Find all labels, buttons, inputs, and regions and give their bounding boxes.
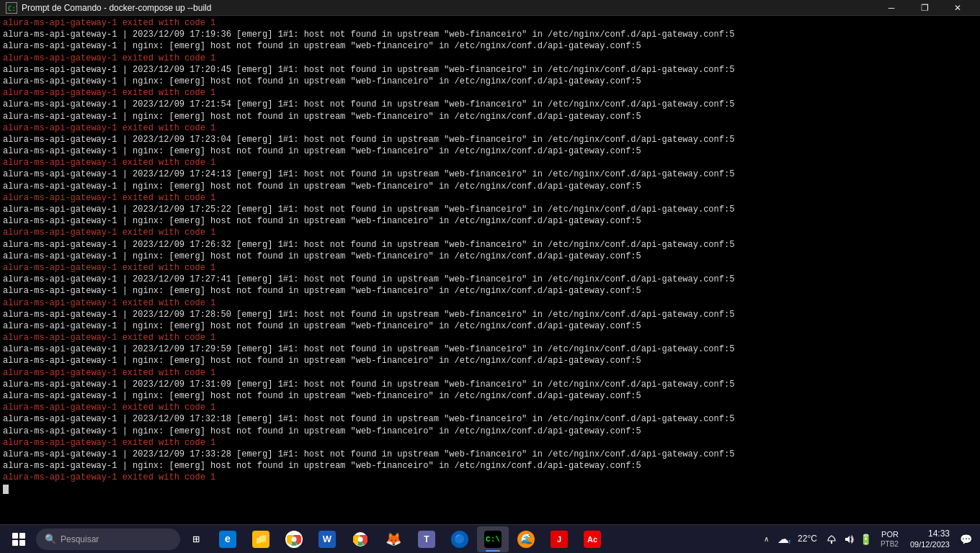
windows-logo-icon xyxy=(12,533,25,546)
restore-button[interactable]: ❐ xyxy=(908,0,941,16)
taskbar-terminal[interactable]: C:\ xyxy=(477,526,509,552)
search-icon: 🔍 xyxy=(45,534,56,544)
svg-rect-8 xyxy=(831,541,832,544)
terminal-line: alura-ms-api-gateway-1 | 2023/12/09 17:2… xyxy=(3,99,974,110)
taskbar-teams[interactable]: T xyxy=(411,526,442,552)
terminal-line: alura-ms-api-gateway-1 exited with code … xyxy=(3,297,974,309)
chrome2-icon xyxy=(352,531,369,548)
terminal-line: alura-ms-api-gateway-1 exited with code … xyxy=(3,122,974,134)
terminal-line: alura-ms-api-gateway-1 | nginx: [emerg] … xyxy=(3,285,974,297)
terminal-line: alura-ms-api-gateway-1 | nginx: [emerg] … xyxy=(3,215,974,227)
firefox-icon: 🦊 xyxy=(385,531,402,548)
terminal-line: alura-ms-api-gateway-1 exited with code … xyxy=(3,87,974,99)
system-tray: ∧ ☁ ! 22°C 🔋 POR PTB2 xyxy=(759,526,977,552)
terminal-line: alura-ms-api-gateway-1 | 2023/12/09 17:2… xyxy=(3,134,974,145)
word-icon: W xyxy=(318,531,336,548)
terminal-line: alura-ms-api-gateway-1 exited with code … xyxy=(3,192,974,204)
terminal-line: alura-ms-api-gateway-1 | nginx: [emerg] … xyxy=(3,390,974,402)
terminal-line: alura-ms-api-gateway-1 exited with code … xyxy=(3,472,974,483)
start-button[interactable] xyxy=(3,526,35,552)
taskbar-explorer[interactable]: 📁 xyxy=(245,526,277,552)
terminal-line: alura-ms-api-gateway-1 | 2023/12/09 17:2… xyxy=(3,168,974,180)
terminal-line: alura-ms-api-gateway-1 | nginx: [emerg] … xyxy=(3,426,974,437)
terminal-line: alura-ms-api-gateway-1 exited with code … xyxy=(3,332,974,343)
taskbar: 🔍 Pesquisar ⊞ e 📁 W xyxy=(0,524,980,553)
clock-date: 09/12/2023 xyxy=(910,539,950,549)
keyboard-layout: PTB2 xyxy=(881,539,899,549)
terminal-line: alura-ms-api-gateway-1 | nginx: [emerg] … xyxy=(3,460,974,472)
acrobat-icon: Ac xyxy=(584,531,601,548)
terminal-line: alura-ms-api-gateway-1 | 2023/12/09 17:1… xyxy=(3,29,974,40)
taskbar-firefox[interactable]: 🦊 xyxy=(378,526,409,552)
terminal-line: alura-ms-api-gateway-1 | nginx: [emerg] … xyxy=(3,76,974,87)
terminal-line: alura-ms-api-gateway-1 exited with code … xyxy=(3,402,974,413)
tray-chevron[interactable]: ∧ xyxy=(759,532,773,547)
taskbar-chrome2[interactable] xyxy=(344,526,376,552)
search-box[interactable]: 🔍 Pesquisar xyxy=(36,529,180,550)
terminal-area: alura-ms-api-gateway-1 exited with code … xyxy=(0,16,980,524)
active-indicator xyxy=(486,550,500,552)
terminal-line: alura-ms-api-gateway-1 | 2023/12/09 17:3… xyxy=(3,379,974,390)
svg-text:C:\: C:\ xyxy=(8,5,17,12)
taskbar-jetbrains[interactable]: J xyxy=(543,526,575,552)
language-display[interactable]: POR PTB2 xyxy=(876,529,903,549)
notification-button[interactable]: 💬 xyxy=(957,526,974,552)
terminal-line: alura-ms-api-gateway-1 | 2023/12/09 17:2… xyxy=(3,274,974,285)
taskbar-word[interactable]: W xyxy=(311,526,343,552)
app7-icon: 🔵 xyxy=(451,531,468,548)
minimize-button[interactable]: ─ xyxy=(875,0,908,16)
taskbar-edge[interactable]: e xyxy=(212,526,244,552)
terminal-line: alura-ms-api-gateway-1 exited with code … xyxy=(3,17,974,29)
terminal-line: alura-ms-api-gateway-1 | 2023/12/09 17:2… xyxy=(3,64,974,76)
terminal-line: alura-ms-api-gateway-1 | nginx: [emerg] … xyxy=(3,145,974,157)
explorer-icon: 📁 xyxy=(252,531,270,548)
terminal-line: alura-ms-api-gateway-1 | nginx: [emerg] … xyxy=(3,40,974,52)
temperature-display[interactable]: 22°C xyxy=(793,534,821,545)
app8-icon: 🌊 xyxy=(517,531,535,548)
terminal-line: alura-ms-api-gateway-1 | nginx: [emerg] … xyxy=(3,320,974,332)
terminal-line: alura-ms-api-gateway-1 | 2023/12/09 17:3… xyxy=(3,413,974,425)
terminal-line: alura-ms-api-gateway-1 | nginx: [emerg] … xyxy=(3,111,974,122)
taskbar-acrobat[interactable]: Ac xyxy=(576,526,608,552)
cursor-line xyxy=(3,484,974,495)
terminal-line: alura-ms-api-gateway-1 | 2023/12/09 17:2… xyxy=(3,309,974,320)
search-placeholder: Pesquisar xyxy=(61,534,99,544)
window-controls: ─ ❐ ✕ xyxy=(875,0,974,16)
volume-icon[interactable] xyxy=(842,532,856,547)
task-view-icon: ⊞ xyxy=(192,532,200,547)
chrome-icon xyxy=(285,531,303,548)
network-icon[interactable] xyxy=(824,532,839,547)
terminal-line: alura-ms-api-gateway-1 | 2023/12/09 17:2… xyxy=(3,239,974,251)
titlebar: C:\ Prompt de Comando - docker-compose u… xyxy=(0,0,980,16)
terminal-line: alura-ms-api-gateway-1 | nginx: [emerg] … xyxy=(3,251,974,262)
clock-time: 14:33 xyxy=(910,529,950,540)
clock-display[interactable]: 14:33 09/12/2023 xyxy=(906,529,954,550)
terminal-line: alura-ms-api-gateway-1 exited with code … xyxy=(3,437,974,449)
terminal-line: alura-ms-api-gateway-1 exited with code … xyxy=(3,227,974,238)
terminal-line: alura-ms-api-gateway-1 | nginx: [emerg] … xyxy=(3,181,974,192)
terminal-line: alura-ms-api-gateway-1 | 2023/12/09 17:3… xyxy=(3,449,974,460)
terminal-line: alura-ms-api-gateway-1 | 2023/12/09 17:2… xyxy=(3,204,974,215)
language-code: POR xyxy=(881,529,899,539)
teams-icon: T xyxy=(418,531,435,548)
svg-point-7 xyxy=(358,536,363,541)
taskbar-app7[interactable]: 🔵 xyxy=(444,526,476,552)
taskbar-chrome[interactable] xyxy=(278,526,310,552)
cmd-icon: C:\ xyxy=(484,531,502,548)
weather-icon[interactable]: ☁ ! xyxy=(776,532,790,547)
task-view-button[interactable]: ⊞ xyxy=(182,526,210,552)
terminal-line: alura-ms-api-gateway-1 exited with code … xyxy=(3,157,974,168)
close-button[interactable]: ✕ xyxy=(941,0,974,16)
svg-point-4 xyxy=(292,536,297,541)
battery-icon[interactable]: 🔋 xyxy=(859,532,873,547)
terminal-line: alura-ms-api-gateway-1 exited with code … xyxy=(3,53,974,64)
edge-icon: e xyxy=(219,531,236,548)
terminal-scroll[interactable]: alura-ms-api-gateway-1 exited with code … xyxy=(3,17,977,523)
terminal-icon: C:\ xyxy=(6,2,17,14)
terminal-line: alura-ms-api-gateway-1 | nginx: [emerg] … xyxy=(3,355,974,367)
taskbar-app8[interactable]: 🌊 xyxy=(510,526,542,552)
terminal-cursor xyxy=(3,485,9,494)
terminal-output: alura-ms-api-gateway-1 exited with code … xyxy=(3,17,974,484)
jetbrains-icon: J xyxy=(551,531,568,548)
terminal-line: alura-ms-api-gateway-1 exited with code … xyxy=(3,262,974,274)
